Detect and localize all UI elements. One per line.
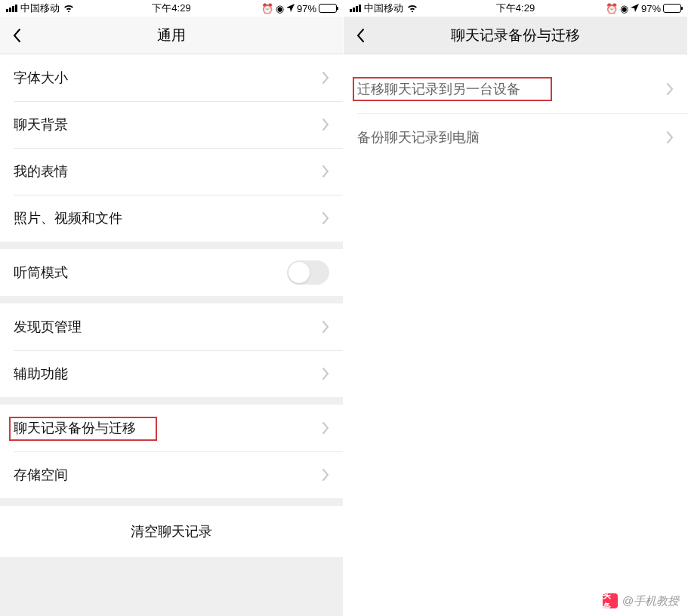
alarm-icon: ⏰ xyxy=(606,3,618,14)
row-label: 聊天背景 xyxy=(14,116,322,134)
watermark-logo-icon: 头条 xyxy=(603,593,618,608)
content-area: 字体大小 聊天背景 我的表情 照片、视频和文件 听筒模式 xyxy=(0,54,343,616)
row-clear-history[interactable]: 清空聊天记录 xyxy=(0,506,343,557)
row-label: 迁移聊天记录到另一台设备 xyxy=(357,80,667,98)
battery-icon xyxy=(663,4,681,13)
row-label: 照片、视频和文件 xyxy=(14,209,322,227)
lock-icon: ◉ xyxy=(620,3,628,14)
chevron-left-icon xyxy=(12,28,21,43)
chevron-right-icon xyxy=(667,83,674,95)
battery-icon xyxy=(319,4,337,13)
row-backup-migrate[interactable]: 聊天记录备份与迁移 xyxy=(0,405,343,451)
toggle-switch[interactable] xyxy=(287,260,329,285)
watermark-text: @手机教授 xyxy=(622,594,679,608)
content-area: 迁移聊天记录到另一台设备 备份聊天记录到电脑 xyxy=(344,54,687,616)
chevron-right-icon xyxy=(322,72,329,84)
row-backup-to-pc[interactable]: 备份聊天记录到电脑 xyxy=(344,113,687,162)
battery-pct: 97% xyxy=(641,3,661,14)
row-my-stickers[interactable]: 我的表情 xyxy=(0,148,343,195)
signal-icon xyxy=(350,5,361,12)
page-title: 聊天记录备份与迁移 xyxy=(344,26,687,45)
chevron-right-icon xyxy=(322,469,329,481)
screen-general: 中国移动 下午4:29 ⏰ ◉ 97% 通用 字体大小 xyxy=(0,0,344,616)
back-button[interactable] xyxy=(0,19,33,52)
chevron-left-icon xyxy=(356,28,365,43)
row-font-size[interactable]: 字体大小 xyxy=(0,54,343,101)
status-bar: 中国移动 下午4:29 ⏰ ◉ 97% xyxy=(344,0,687,17)
chevron-right-icon xyxy=(667,131,674,143)
wifi-icon xyxy=(406,3,418,14)
chevron-right-icon xyxy=(322,119,329,131)
nav-bar: 聊天记录备份与迁移 xyxy=(344,17,687,54)
nav-bar: 通用 xyxy=(0,17,343,54)
back-button[interactable] xyxy=(344,19,377,52)
chevron-right-icon xyxy=(322,212,329,224)
row-label: 聊天记录备份与迁移 xyxy=(14,419,322,437)
battery-pct: 97% xyxy=(297,3,316,14)
row-label: 字体大小 xyxy=(14,69,322,87)
chevron-right-icon xyxy=(322,422,329,434)
status-time: 下午4:29 xyxy=(496,2,535,15)
row-label: 备份聊天记录到电脑 xyxy=(357,128,667,146)
row-label: 清空聊天记录 xyxy=(131,522,212,541)
row-label: 存储空间 xyxy=(14,466,322,484)
row-label: 我的表情 xyxy=(14,162,322,180)
chevron-right-icon xyxy=(322,165,329,177)
row-accessibility[interactable]: 辅助功能 xyxy=(0,350,343,397)
screen-backup-migrate: 中国移动 下午4:29 ⏰ ◉ 97% 聊天记录备份与迁移 迁移聊天记录到另一台… xyxy=(344,0,687,616)
page-title: 通用 xyxy=(0,26,343,45)
status-bar: 中国移动 下午4:29 ⏰ ◉ 97% xyxy=(0,0,343,17)
row-media-files[interactable]: 照片、视频和文件 xyxy=(0,195,343,242)
row-storage[interactable]: 存储空间 xyxy=(0,451,343,498)
watermark: 头条 @手机教授 xyxy=(603,593,679,608)
chevron-right-icon xyxy=(322,368,329,380)
signal-icon xyxy=(6,5,17,12)
row-migrate-to-device[interactable]: 迁移聊天记录到另一台设备 xyxy=(344,65,687,113)
carrier-label: 中国移动 xyxy=(364,2,403,15)
row-label: 听筒模式 xyxy=(14,263,287,282)
row-chat-background[interactable]: 聊天背景 xyxy=(0,101,343,148)
wifi-icon xyxy=(63,3,75,14)
carrier-label: 中国移动 xyxy=(20,2,60,15)
chevron-right-icon xyxy=(322,321,329,333)
location-icon xyxy=(631,3,639,14)
lock-icon: ◉ xyxy=(276,3,284,14)
row-label: 发现页管理 xyxy=(14,318,322,336)
row-discover-management[interactable]: 发现页管理 xyxy=(0,303,343,350)
alarm-icon: ⏰ xyxy=(261,3,273,14)
location-icon xyxy=(286,3,295,14)
row-earpiece-mode[interactable]: 听筒模式 xyxy=(0,249,343,296)
row-label: 辅助功能 xyxy=(14,365,322,383)
status-time: 下午4:29 xyxy=(152,2,190,15)
